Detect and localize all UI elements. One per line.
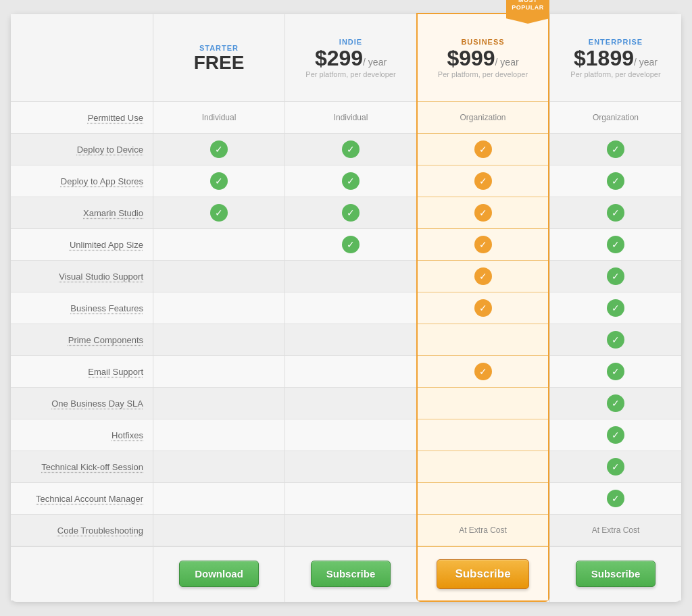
data-cell-enterprise-12: ✓: [550, 483, 681, 515]
plan-col-business: MOSTPOPULARBUSINESS$999/ yearPer platfor…: [416, 13, 549, 602]
check-green-icon: ✓: [607, 363, 624, 380]
plan-tier-starter: STARTER: [199, 44, 239, 52]
check-green-icon: ✓: [607, 204, 624, 222]
data-cell-enterprise-1: ✓: [550, 134, 681, 165]
data-cell-indie-7: [285, 324, 416, 356]
data-cell-indie-13: [285, 515, 416, 546]
check-orange-icon: ✓: [474, 236, 492, 253]
plan-header-business: MOSTPOPULARBUSINESS$999/ yearPer platfor…: [418, 14, 548, 102]
data-cell-enterprise-7: ✓: [550, 324, 681, 356]
data-cell-business-12: [418, 483, 548, 515]
data-cell-indie-5: [285, 261, 416, 292]
feature-label-text: Business Features: [70, 303, 143, 313]
feature-label-row: Prime Components: [11, 324, 153, 356]
data-cell-business-7: [418, 324, 548, 356]
cell-text: At Extra Cost: [592, 525, 640, 535]
feature-label-row: Unlimited App Size: [11, 229, 153, 261]
plan-tier-indie: INDIE: [339, 38, 362, 46]
check-green-icon: ✓: [607, 331, 624, 349]
check-green-icon: ✓: [607, 236, 624, 253]
cell-text: Organization: [593, 113, 639, 122]
cell-text: At Extra Cost: [459, 525, 507, 535]
feature-label-text: Xamarin Studio: [83, 208, 143, 218]
data-cell-business-5: ✓: [418, 261, 548, 292]
plan-price-enterprise: $1899: [574, 47, 634, 69]
data-cell-enterprise-0: Organization: [550, 102, 681, 134]
data-cell-starter-6: [153, 292, 285, 324]
check-green-icon: ✓: [210, 140, 228, 158]
plan-sub-indie: Per platform, per developer: [305, 70, 395, 78]
data-cell-business-13: At Extra Cost: [418, 515, 548, 546]
check-green-icon: ✓: [210, 204, 228, 222]
data-cell-business-0: Organization: [418, 102, 548, 134]
plan-period-indie: / year: [363, 57, 387, 68]
plan-price-starter: FREE: [194, 53, 245, 72]
data-cell-indie-1: ✓: [285, 134, 416, 165]
data-cell-indie-0: Individual: [285, 102, 416, 134]
data-cell-starter-0: Individual: [153, 102, 285, 134]
check-orange-icon: ✓: [474, 172, 492, 190]
data-cell-business-4: ✓: [418, 229, 548, 261]
data-cell-indie-10: [285, 419, 416, 451]
plan-sub-business: Per platform, per developer: [438, 70, 528, 78]
data-cell-enterprise-10: ✓: [550, 419, 681, 451]
data-cell-business-1: ✓: [418, 134, 548, 165]
feature-label-text: Code Troubleshooting: [57, 525, 143, 536]
pricing-table: Permitted UseDeploy to DeviceDeploy to A…: [11, 14, 681, 602]
data-cell-business-10: [418, 419, 548, 451]
feature-label-row: Permitted Use: [11, 102, 153, 134]
data-cell-enterprise-2: ✓: [550, 165, 681, 197]
enterprise-button[interactable]: Subscribe: [576, 561, 656, 587]
check-green-icon: ✓: [607, 299, 624, 317]
check-green-icon: ✓: [607, 140, 624, 158]
check-orange-icon: ✓: [474, 204, 492, 222]
plan-col-starter: STARTERFREEIndividual✓✓✓Download: [153, 14, 285, 602]
data-cell-business-8: ✓: [418, 356, 548, 388]
data-cell-indie-6: [285, 292, 416, 324]
data-cell-indie-8: [285, 356, 416, 388]
business-button[interactable]: Subscribe: [437, 559, 528, 589]
plan-tier-enterprise: ENTERPRISE: [589, 38, 643, 46]
plan-col-indie: INDIE$299/ yearPer platform, per develop…: [285, 14, 416, 602]
data-cell-enterprise-4: ✓: [550, 229, 681, 261]
data-cell-indie-4: ✓: [285, 229, 416, 261]
plan-sub-enterprise: Per platform, per developer: [570, 70, 660, 78]
check-orange-icon: ✓: [474, 299, 492, 317]
data-cell-starter-4: [153, 229, 285, 261]
plan-period-business: / year: [495, 57, 519, 68]
data-cell-business-2: ✓: [418, 165, 548, 197]
most-popular-badge: MOSTPOPULAR: [506, 0, 549, 24]
plan-price-row-indie: $299/ year: [315, 47, 387, 69]
feature-label-text: Hotfixes: [112, 430, 143, 440]
check-green-icon: ✓: [607, 267, 624, 285]
data-cell-enterprise-3: ✓: [550, 197, 681, 229]
data-cell-starter-3: ✓: [153, 197, 285, 229]
plan-header-starter: STARTERFREE: [153, 14, 285, 102]
feature-label-text: Unlimited App Size: [70, 240, 143, 250]
indie-button[interactable]: Subscribe: [311, 561, 391, 587]
plan-price-indie: $299: [315, 47, 363, 69]
plan-price-row-enterprise: $1899/ year: [574, 47, 658, 69]
cell-text: Organization: [460, 113, 505, 122]
data-cell-enterprise-13: At Extra Cost: [550, 515, 681, 546]
check-green-icon: ✓: [342, 236, 360, 253]
check-green-icon: ✓: [607, 458, 624, 476]
feature-label-row: Technical Account Manager: [11, 483, 153, 515]
feature-label-row: Hotfixes: [11, 419, 153, 451]
plan-col-enterprise: ENTERPRISE$1899/ yearPer platform, per d…: [549, 14, 681, 602]
data-cell-starter-10: [153, 419, 285, 451]
data-cell-starter-11: [153, 451, 285, 483]
check-green-icon: ✓: [607, 490, 624, 507]
data-cell-indie-12: [285, 483, 416, 515]
feature-label-row: Deploy to App Stores: [11, 165, 153, 197]
data-cell-starter-13: [153, 515, 285, 546]
check-green-icon: ✓: [342, 204, 360, 222]
data-cell-indie-11: [285, 451, 416, 483]
check-green-icon: ✓: [342, 140, 360, 158]
data-cell-starter-9: [153, 388, 285, 419]
feature-label-text: Deploy to App Stores: [61, 176, 143, 186]
data-cell-enterprise-9: ✓: [550, 388, 681, 419]
starter-button[interactable]: Download: [179, 561, 259, 587]
data-cell-indie-3: ✓: [285, 197, 416, 229]
plan-header-enterprise: ENTERPRISE$1899/ yearPer platform, per d…: [550, 14, 681, 102]
